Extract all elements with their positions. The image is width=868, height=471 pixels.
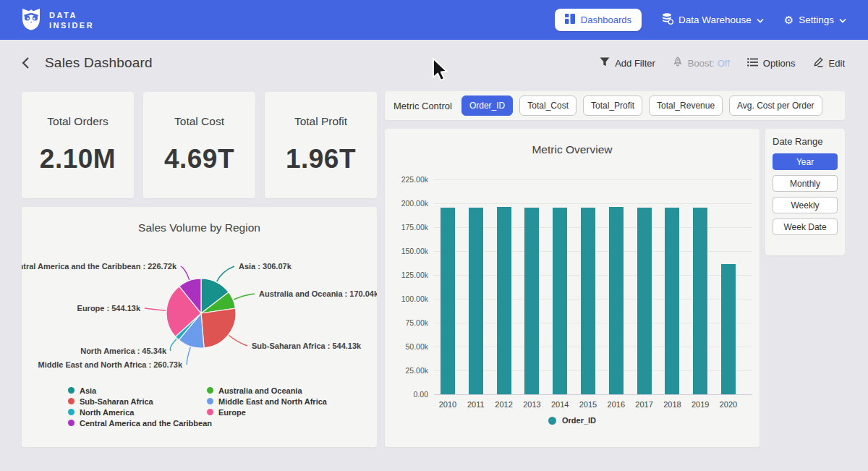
pie-chart-card: Sales Volume by Region Asia : 306.07kAus… [22,207,377,447]
options-button[interactable]: Options [747,58,796,69]
add-filter-button[interactable]: Add Filter [600,57,655,69]
pie-slice-label: Australia and Oceania : 170.04k [259,289,377,298]
edit-button[interactable]: Edit [813,56,845,69]
bar-2018[interactable] [665,208,679,394]
bar-legend-label: Order_ID [562,416,596,425]
gridline [434,394,752,395]
y-axis-tick: 0.00 [388,390,428,399]
legend-label: Australia and Oceania [218,386,302,395]
pie-slice-sub-saharan-africa[interactable] [201,308,236,348]
pencil-icon [813,56,824,69]
y-axis-tick: 150.00k [388,247,428,255]
metric-control-bar: Metric Control Order_IDTotal_CostTotal_P… [385,91,845,120]
brand-logo[interactable]: DATA INSIDER [20,7,94,33]
pie-leader-line [145,308,166,310]
pie-legend-item-central-america-and-the-caribbean[interactable]: Central America and the Caribbean [68,417,212,428]
kpi-value: 1.96T [286,144,356,174]
chevron-down-icon [757,14,764,25]
kpi-card-total-orders: Total Orders 2.10M [22,92,134,198]
metric-option-order-id[interactable]: Order_ID [461,96,513,116]
x-axis-tick: 2019 [686,400,715,409]
legend-label: Central America and the Caribbean [80,419,212,428]
pie-leader-line [234,294,255,300]
date-range-option-monthly[interactable]: Monthly [773,175,838,192]
y-axis-tick: 75.00k [388,318,428,327]
pie-leader-line [229,336,247,347]
bar-2010[interactable] [441,208,455,394]
y-axis-tick: 225.00k [388,175,428,184]
pie-legend-item-europe[interactable]: Europe [207,407,327,417]
pie-legend-item-middle-east-and-north-africa[interactable]: Middle East and North Africa [207,396,327,407]
bar-2019[interactable] [693,208,707,394]
nav-data-warehouse-label: Data Warehouse [678,14,752,25]
legend-label: Middle East and North Africa [218,397,327,406]
back-button[interactable] [20,56,30,70]
legend-label: Asia [80,386,96,395]
bar-2017[interactable] [637,208,652,394]
x-axis-tick: 2018 [658,400,686,409]
metric-option-total-profit[interactable]: Total_Profit [583,96,642,116]
legend-dot [207,387,213,394]
metric-option-total-revenue[interactable]: Total_Revenue [649,96,723,116]
legend-dot [68,409,75,415]
bar-2013[interactable] [524,208,539,394]
metric-option-total-cost[interactable]: Total_Cost [519,96,576,116]
date-range-option-week-date[interactable]: Week Date [773,218,838,235]
pie-legend-item-australia-and-oceania[interactable]: Australia and Oceania [207,385,327,396]
kpi-label: Total Orders [47,115,108,128]
legend-dot [207,409,213,415]
brand-text: DATA INSIDER [49,10,94,30]
boost-toggle[interactable]: Boost: Off [673,56,730,69]
nav-settings-label: Settings [799,14,834,25]
bar-2011[interactable] [469,208,483,394]
nav-settings-menu[interactable]: ⚙ Settings [784,14,846,25]
bar-2016[interactable] [609,207,624,394]
filter-funnel-icon [600,57,610,69]
x-axis-tick: 2010 [433,400,462,409]
pie-slice-label: North America : 45.34k [80,347,167,355]
metric-option-avg-cost-per-order[interactable]: Avg. Cost per Order [729,96,822,116]
pie-legend-column-1: AsiaSub-Saharan AfricaNorth AmericaCentr… [68,385,212,428]
metric-control-options: Order_IDTotal_CostTotal_ProfitTotal_Reve… [461,96,822,116]
legend-dot [207,398,213,404]
bar-2015[interactable] [581,208,595,394]
pie-legend-item-asia[interactable]: Asia [68,385,212,396]
database-icon [662,13,673,27]
date-range-option-weekly[interactable]: Weekly [773,197,838,213]
legend-dot [68,398,75,404]
chevron-down-icon [839,14,846,25]
legend-dot [548,417,556,425]
pie-legend-column-2: Australia and OceaniaMiddle East and Nor… [207,385,327,417]
list-options-icon [747,58,758,69]
pie-slice-label: Central America and the Caribbean : 226.… [22,262,177,271]
date-range-option-year[interactable]: Year [773,153,838,170]
bar-2012[interactable] [497,207,511,394]
pie-legend-item-sub-saharan-africa[interactable]: Sub-Saharan Africa [68,396,212,407]
y-axis-tick: 50.00k [388,342,428,351]
x-axis-tick: 2017 [630,400,659,409]
legend-label: Sub-Saharan Africa [80,397,153,406]
nav-data-warehouse-menu[interactable]: Data Warehouse [662,13,764,27]
legend-dot [68,420,75,426]
bar-chart-legend[interactable]: Order_ID [385,416,760,425]
y-axis-tick: 25.00k [388,366,428,375]
kpi-card-total-profit: Total Profit 1.96T [265,92,377,198]
owl-logo-icon [20,7,42,33]
pie-leader-line [181,266,190,280]
kpi-card-total-cost: Total Cost 4.69T [143,92,255,198]
legend-label: Europe [218,408,246,417]
pie-legend-item-north-america[interactable]: North America [68,407,212,417]
date-range-options: YearMonthlyWeeklyWeek Date [773,153,838,235]
bar-2014[interactable] [553,208,567,394]
kpi-label: Total Profit [294,115,347,128]
pie-slice-label: Middle East and North Africa : 260.73k [38,360,183,369]
nav-dashboards-button[interactable]: Dashboards [555,9,642,31]
page-header: Sales Dashboard Add Filter Boost: Off [0,40,868,86]
pie-leader-line [217,266,234,281]
metric-control-label: Metric Control [393,101,452,111]
y-axis-tick: 100.00k [388,294,428,303]
nav-dashboards-label: Dashboards [581,14,631,25]
bar-2020[interactable] [721,264,736,394]
dashboard-grid-icon [565,14,575,26]
x-axis-tick: 2012 [490,400,519,409]
